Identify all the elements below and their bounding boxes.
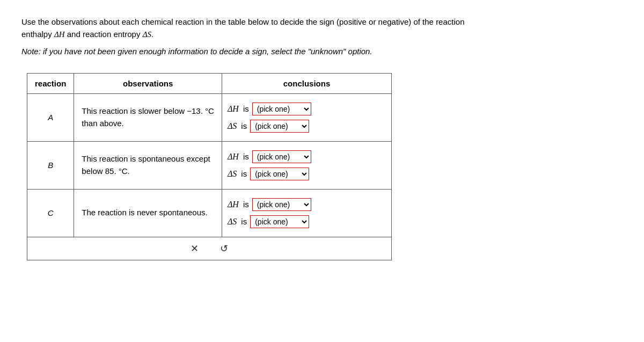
dh-row-a: ΔH is (pick one) positive negative unkno… [228,103,386,115]
conclusions-c: ΔH is (pick one) positive negative unkno… [222,189,391,237]
table-row: B This reaction is spontaneous except be… [27,141,392,189]
ds-select-a[interactable]: (pick one) positive negative unknown [250,120,309,133]
dh-row-c: ΔH is (pick one) positive negative unkno… [228,198,386,211]
ds-row-c: ΔS is (pick one) positive negative unkno… [228,215,386,228]
dh-select-a[interactable]: (pick one) positive negative unknown [252,103,311,115]
dh-symbol-b: ΔH [228,152,239,162]
observation-b: This reaction is spontaneous except belo… [74,141,222,189]
reaction-id-c: C [27,189,74,237]
instructions-text: Use the observations about each chemical… [21,16,478,58]
dh-select-c[interactable]: (pick one) positive negative unknown [252,198,311,211]
dh-symbol-c: ΔH [228,200,239,209]
table-row: A This reaction is slower below −13. °C … [27,93,392,141]
ds-is-b: is [241,169,247,178]
ds-symbol-c: ΔS [228,217,237,227]
main-instruction: Use the observations about each chemical… [21,16,478,40]
ds-row-a: ΔS is (pick one) positive negative unkno… [228,120,386,133]
table-row: C The reaction is never spontaneous. ΔH … [27,189,392,237]
observation-a: This reaction is slower below −13. °C th… [74,93,222,141]
dh-is-a: is [243,104,249,113]
dh-row-b: ΔH is (pick one) positive negative unkno… [228,150,386,163]
dh-select-b[interactable]: (pick one) positive negative unknown [252,150,311,163]
ds-select-b[interactable]: (pick one) positive negative unknown [250,168,309,180]
ds-symbol-a: ΔS [228,121,237,131]
clear-button[interactable]: ✕ [191,243,199,254]
dh-is-c: is [243,200,249,209]
note-instruction: Note: if you have not been given enough … [21,46,478,58]
header-observations: observations [74,73,222,93]
header-conclusions: conclusions [222,73,391,93]
observation-c: The reaction is never spontaneous. [74,189,222,237]
conclusions-a: ΔH is (pick one) positive negative unkno… [222,93,391,141]
conclusions-b: ΔH is (pick one) positive negative unkno… [222,141,391,189]
bottom-action-bar: ✕ ↺ [27,237,392,260]
dh-is-b: is [243,152,249,161]
reaction-id-b: B [27,141,74,189]
reset-button[interactable]: ↺ [220,243,228,254]
reaction-id-a: A [27,93,74,141]
ds-symbol-b: ΔS [228,169,237,179]
ds-row-b: ΔS is (pick one) positive negative unkno… [228,168,386,180]
ds-is-a: is [241,121,247,130]
dh-symbol-a: ΔH [228,104,239,114]
ds-is-c: is [241,217,247,226]
ds-select-c[interactable]: (pick one) positive negative unknown [250,215,309,228]
reactions-table: reaction observations conclusions A This… [27,73,392,237]
header-reaction: reaction [27,73,74,93]
